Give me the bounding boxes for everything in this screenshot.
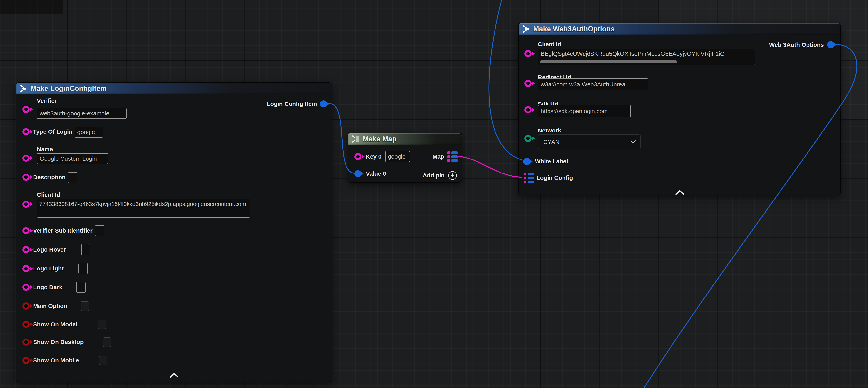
make-map-icon [352,135,360,143]
verifier-sub-identifier-input[interactable] [95,225,104,236]
collapse-node-button[interactable] [675,190,684,195]
show-on-desktop-checkbox[interactable] [103,337,111,347]
pin-label-key-0: Key 0 [366,153,381,160]
graph-dark-corner [0,0,63,14]
pin-label-show-on-modal: Show On Modal [33,321,78,328]
node-make-web3authoptions[interactable]: Make Web3AuthOptions Web 3Auth Options C… [518,23,841,195]
logo-dark-input[interactable] [76,282,86,293]
pin-redirect-url[interactable] [524,80,532,87]
blueprint-graph-canvas[interactable]: Make LoginConfigItem Login Config Item V… [0,0,868,388]
node-make-map[interactable]: Make Map Key 0 google Value 0 Map Add pi… [348,133,462,183]
pin-label-network: Network [538,127,561,134]
make-struct-icon [522,25,530,33]
logo-hover-input[interactable] [81,244,90,255]
collapse-node-button[interactable] [170,372,179,378]
pin-label-verifier: Verifier [37,97,57,104]
show-on-modal-checkbox[interactable] [98,320,106,329]
pin-label-description: Description [33,174,66,181]
pin-label-logo-dark: Logo Dark [33,284,62,291]
logo-light-input[interactable] [79,263,88,274]
network-dropdown-value: CYAN [544,139,560,145]
pin-logo-hover[interactable] [23,246,30,253]
pin-key-0[interactable] [354,153,362,160]
output-pin-label: Web 3Auth Options [769,41,824,48]
pin-map-output[interactable] [447,151,458,162]
pin-network[interactable] [524,135,532,142]
node-header-make-loginconfigitem[interactable]: Make LoginConfigItem [16,83,332,94]
pin-label-verifier-sub-identifier: Verifier Sub Identifier [33,227,93,234]
pin-logo-light[interactable] [23,265,30,272]
pin-label-client-id: Client Id [538,41,561,48]
output-pin-label: Login Config Item [267,100,317,107]
pin-label-name: Name [37,146,53,153]
type-of-login-input[interactable]: google [74,126,103,138]
redirect-url-input[interactable]: w3a://com.w3a.Web3AuthUnreal [538,79,648,90]
client-id-scrollbar[interactable] [540,60,677,63]
main-option-checkbox[interactable] [81,301,89,311]
node-title: Make LoginConfigItem [31,84,106,93]
node-make-loginconfigitem[interactable]: Make LoginConfigItem Login Config Item V… [16,82,332,382]
pin-login-config[interactable] [524,173,534,183]
pin-label-login-config: Login Config [536,175,573,181]
add-pin-button[interactable]: + [448,171,457,180]
pin-show-on-desktop[interactable] [23,338,30,346]
pin-label-map-output: Map [432,153,444,160]
pin-login-config-item-output[interactable] [320,100,327,108]
add-pin-label: Add pin [423,172,445,179]
chevron-down-icon [630,140,636,144]
pin-show-on-mobile[interactable] [23,357,30,364]
node-header-make-map[interactable]: Make Map [348,133,462,145]
network-dropdown[interactable]: CYAN [538,135,641,149]
pin-main-option[interactable] [23,302,30,309]
description-input[interactable] [68,172,77,183]
node-header-make-web3authoptions[interactable]: Make Web3AuthOptions [519,23,840,35]
pin-label-main-option: Main Option [33,303,67,309]
pin-value-0[interactable] [354,170,362,177]
pin-verifier-sub-identifier[interactable] [23,227,30,234]
pin-show-on-modal[interactable] [23,321,30,328]
pin-label-logo-light: Logo Light [33,265,64,272]
pin-web3auth-options-output[interactable] [827,41,834,48]
pin-client-id[interactable] [524,50,532,57]
pin-name[interactable] [23,155,30,162]
wire-map-to-loginconfig[interactable] [458,156,522,177]
pin-client-id[interactable] [23,201,30,208]
pin-label-client-id: Client Id [37,191,60,198]
key-0-input[interactable]: google [385,151,410,162]
node-title: Make Web3AuthOptions [533,25,615,33]
pin-logo-dark[interactable] [23,284,30,291]
pin-label-value-0: Value 0 [366,170,386,177]
sdk-url-input[interactable]: https://sdk.openlogin.com [538,105,631,117]
client-id-input[interactable]: 774338308167-q463s7kpvja16l4l0kko3nb925i… [37,199,250,218]
name-input[interactable]: Google Custom Login [37,153,108,164]
pin-label-white-label: White Label [535,158,568,165]
pin-label-show-on-mobile: Show On Mobile [33,357,79,364]
make-struct-icon [20,85,27,92]
wire-offscreen-to-whitelabel[interactable] [489,0,522,160]
pin-label-type-of-login: Type Of Login [33,128,72,135]
pin-label-logo-hover: Logo Hover [33,246,66,253]
node-title: Make Map [363,135,397,143]
show-on-mobile-checkbox[interactable] [99,356,107,365]
pin-sdk-url[interactable] [524,106,532,113]
pin-description[interactable] [23,174,30,181]
pin-label-show-on-desktop: Show On Desktop [33,339,84,346]
pin-white-label[interactable] [523,158,530,165]
pin-type-of-login[interactable] [23,128,30,135]
pin-verifier[interactable] [23,106,30,113]
verifier-input[interactable]: web3auth-google-example [37,108,127,119]
